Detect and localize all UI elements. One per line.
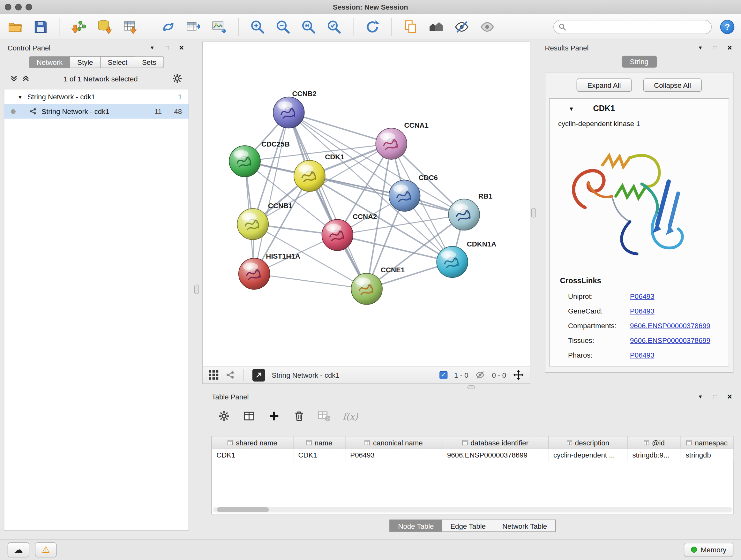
delete-column-trash-icon[interactable] <box>293 410 306 422</box>
table-settings-gear-icon[interactable] <box>217 410 230 422</box>
expand-all-button[interactable]: Expand All <box>576 78 631 91</box>
network-view[interactable]: CCNB2CCNA1CDC25BCDK1CDC6RB1CCNB1CCNA2CDK… <box>202 42 530 384</box>
column-header[interactable]: shared name <box>212 436 293 449</box>
vertical-splitter-handle[interactable] <box>531 208 536 218</box>
table-cell[interactable]: CDK1 <box>293 449 346 462</box>
column-header[interactable]: name <box>293 436 346 449</box>
control-panel: Control Panel ▼ □ × Network Style Select… <box>4 42 189 530</box>
window-controls <box>5 3 32 10</box>
svg-text:CCNB2: CCNB2 <box>292 90 317 98</box>
table-panel-collapse-icon[interactable]: ▼ <box>697 394 704 399</box>
network-collection-row[interactable]: ▼ String Network - cdk1 1 <box>4 89 189 104</box>
hidden-eye-slash-icon[interactable] <box>475 370 485 380</box>
expand-all-networks-icon[interactable] <box>22 75 29 82</box>
houses-icon <box>428 19 444 35</box>
import-table-button[interactable] <box>122 18 138 36</box>
network-graph-canvas[interactable]: CCNB2CCNA1CDC25BCDK1CDC6RB1CCNB1CCNA2CDK… <box>203 42 530 366</box>
table-cell[interactable]: P06493 <box>346 449 443 462</box>
results-panel-close-icon[interactable]: × <box>726 44 734 52</box>
table-cell[interactable]: cyclin-dependent ... <box>549 449 627 462</box>
tab-network[interactable]: Network <box>29 56 70 68</box>
horizontal-scrollbar-thumb[interactable] <box>217 507 269 512</box>
export-image-button[interactable] <box>211 18 227 36</box>
tab-style[interactable]: Style <box>70 56 100 68</box>
export-table-button[interactable] <box>185 18 202 36</box>
table-panel-float-icon[interactable]: □ <box>711 393 719 400</box>
table-cell[interactable]: stringdb <box>681 449 733 462</box>
tab-network-table[interactable]: Network Table <box>494 519 556 532</box>
add-column-plus-icon[interactable] <box>267 410 280 422</box>
application-window: Session: New Session <box>0 0 741 560</box>
zoom-out-button[interactable] <box>274 18 291 36</box>
memory-button[interactable]: Memory <box>684 543 734 557</box>
open-in-new-window-button[interactable] <box>253 368 265 381</box>
search-input[interactable] <box>569 23 706 31</box>
crosslink-row: Tissues: 9606.ENSP00000378699 <box>549 333 729 348</box>
zoom-selected-button[interactable] <box>326 18 342 36</box>
zoom-in-button[interactable] <box>249 18 266 36</box>
hide-selected-button[interactable] <box>453 18 470 36</box>
protein-collapse-icon[interactable]: ▼ <box>568 105 574 112</box>
search-box[interactable] <box>553 20 712 34</box>
table-cell[interactable]: CDK1 <box>212 449 293 462</box>
crosslink-link[interactable]: P06493 <box>630 292 655 300</box>
function-builder-icon: f(x) <box>343 411 358 422</box>
tab-node-table[interactable]: Node Table <box>390 519 442 532</box>
network-row-selected[interactable]: String Network - cdk1 11 48 <box>4 104 189 119</box>
network-label: String Network - cdk1 <box>42 107 109 115</box>
table-panel-close-icon[interactable]: × <box>726 393 734 401</box>
close-window-button[interactable] <box>5 3 11 10</box>
table-cell[interactable]: 9606.ENSP00000378699 <box>442 449 549 462</box>
import-network-from-file-button[interactable] <box>71 18 87 36</box>
footer-separator <box>244 369 244 381</box>
network-share-icon[interactable] <box>225 370 235 380</box>
minimize-window-button[interactable] <box>15 3 22 10</box>
toolbar-separator <box>353 18 353 36</box>
help-button[interactable]: ? <box>720 20 734 34</box>
column-header[interactable]: canonical name <box>346 436 443 449</box>
control-panel-close-icon[interactable]: × <box>178 44 185 52</box>
results-panel-collapse-icon[interactable]: ▼ <box>697 45 704 50</box>
results-panel-float-icon[interactable]: □ <box>711 44 719 51</box>
selected-checkbox-icon[interactable]: ✓ <box>440 371 448 379</box>
svg-text:CCNA2: CCNA2 <box>353 212 377 221</box>
home-button[interactable] <box>428 18 445 36</box>
copy-document-button[interactable] <box>402 18 419 36</box>
column-header[interactable]: @id <box>628 436 681 449</box>
tree-expand-icon[interactable]: ▼ <box>17 94 23 100</box>
crosslink-link[interactable]: 9606.ENSP00000378699 <box>630 336 711 344</box>
column-header[interactable]: namespac <box>681 436 733 449</box>
open-session-button[interactable] <box>7 18 23 36</box>
control-panel-float-icon[interactable]: □ <box>163 44 171 51</box>
new-network-from-selection-button[interactable] <box>160 18 177 36</box>
zoom-window-button[interactable] <box>25 3 32 10</box>
save-session-button[interactable] <box>32 18 49 36</box>
show-all-button[interactable] <box>479 18 495 36</box>
cloud-button[interactable]: ☁ <box>8 542 29 557</box>
tab-edge-table[interactable]: Edge Table <box>442 519 494 532</box>
import-network-from-database-button[interactable] <box>96 18 113 36</box>
show-columns-icon[interactable] <box>243 410 255 422</box>
zoom-fit-button[interactable] <box>300 18 317 36</box>
warnings-button[interactable]: ⚠ <box>35 542 57 557</box>
tab-sets[interactable]: Sets <box>135 56 164 68</box>
birdseye-grid-icon[interactable] <box>208 370 219 380</box>
control-panel-collapse-icon[interactable]: ▼ <box>148 45 156 50</box>
collapse-all-button[interactable]: Collapse All <box>643 78 702 91</box>
tab-string[interactable]: String <box>622 56 657 68</box>
crosslink-link[interactable]: P06493 <box>630 351 655 359</box>
apply-layout-button[interactable] <box>364 18 381 36</box>
crosslink-link[interactable]: 9606.ENSP00000378699 <box>630 321 711 329</box>
move-crosshair-icon[interactable] <box>513 369 524 381</box>
network-options-gear-icon[interactable] <box>172 73 183 84</box>
column-header[interactable]: database identifier <box>442 436 549 449</box>
tab-select[interactable]: Select <box>100 56 135 68</box>
horizontal-scrollbar[interactable] <box>213 507 732 512</box>
crosslink-link[interactable]: P06493 <box>630 307 655 315</box>
collapse-all-networks-icon[interactable] <box>10 75 17 82</box>
column-header[interactable]: description <box>549 436 627 449</box>
table-row[interactable]: CDK1 CDK1 P06493 9606.ENSP00000378699 cy… <box>212 449 733 462</box>
table-cell[interactable]: stringdb:9... <box>628 449 681 462</box>
horizontal-splitter-handle[interactable] <box>468 385 475 389</box>
vertical-splitter-handle[interactable] <box>194 285 199 294</box>
